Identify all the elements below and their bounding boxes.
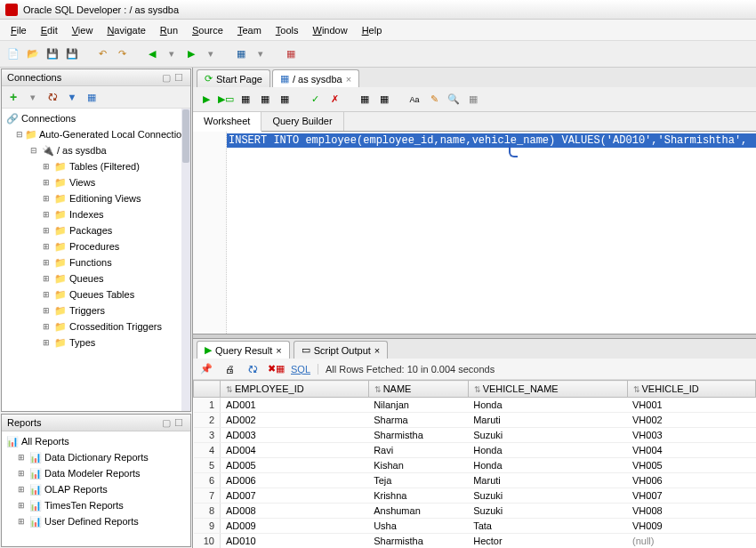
delete-icon[interactable]: ✖▦: [268, 361, 284, 377]
db-icon[interactable]: ▦: [283, 46, 299, 62]
menu-view[interactable]: View: [65, 22, 101, 38]
back-icon[interactable]: ◀: [144, 46, 160, 62]
tree-node[interactable]: ⊞📁Queues: [4, 270, 189, 286]
column-header[interactable]: ⇅VEHICLE_NAME: [468, 381, 627, 398]
close-icon[interactable]: ☐: [174, 72, 185, 83]
tree-node[interactable]: ⊞📁Packages: [4, 222, 189, 238]
table-row[interactable]: 3AD003SharmisthaSuzukiVH003: [194, 428, 756, 443]
unshared-icon[interactable]: ▦: [357, 92, 373, 108]
run-icon[interactable]: ▶: [198, 92, 214, 108]
tree-connection[interactable]: ⊟ 🔌 / as sysdba: [4, 142, 189, 158]
dropdown-icon[interactable]: ▾: [253, 46, 269, 62]
tree-node[interactable]: ⊞📁Indexes: [4, 206, 189, 222]
menu-source[interactable]: Source: [185, 22, 230, 38]
expand-icon[interactable]: ⊞: [41, 338, 52, 347]
open-icon[interactable]: 📂: [25, 46, 41, 62]
collapse-icon[interactable]: ⊟: [16, 130, 23, 139]
expand-icon[interactable]: ⊞: [41, 162, 52, 171]
save-icon[interactable]: 💾: [44, 46, 60, 62]
tab-start-page[interactable]: ⟳ Start Page: [197, 69, 270, 87]
menu-team[interactable]: Team: [230, 22, 269, 38]
dropdown-icon[interactable]: ▾: [164, 46, 180, 62]
expand-icon[interactable]: ⊞: [41, 242, 52, 251]
tab-query-builder[interactable]: Query Builder: [261, 112, 343, 131]
expand-icon[interactable]: ⊞: [16, 501, 27, 510]
clear-icon[interactable]: ▦: [376, 92, 392, 108]
minimize-icon[interactable]: ▢: [162, 72, 173, 83]
tab-query-result[interactable]: ▶ Query Result ×: [197, 341, 290, 359]
table-row[interactable]: 10AD010SharmisthaHector(null): [194, 534, 756, 549]
column-header[interactable]: ⇅NAME: [368, 381, 468, 398]
tab-connection[interactable]: ▦ / as sysdba ×: [272, 69, 359, 87]
close-icon[interactable]: ×: [276, 345, 281, 356]
save-all-icon[interactable]: 💾: [64, 46, 80, 62]
report-node[interactable]: ⊞📊User Defined Reports: [4, 513, 189, 529]
menu-edit[interactable]: Edit: [34, 22, 65, 38]
close-icon[interactable]: ☐: [174, 417, 185, 428]
edit-icon[interactable]: ✎: [426, 92, 442, 108]
autotrace-icon[interactable]: ▦: [257, 92, 273, 108]
report-node[interactable]: ⊞📊TimesTen Reports: [4, 497, 189, 513]
expand-icon[interactable]: ⊞: [16, 453, 27, 462]
report-node[interactable]: ⊞📊OLAP Reports: [4, 481, 189, 497]
close-icon[interactable]: ×: [374, 345, 380, 356]
expand-icon[interactable]: ⊞: [16, 485, 27, 494]
menu-navigate[interactable]: Navigate: [100, 22, 152, 38]
tree-node[interactable]: ⊞📁Types: [4, 334, 189, 351]
table-row[interactable]: 8AD008AnshumanSuzukiVH008: [194, 504, 756, 519]
explain-plan-icon[interactable]: ▦: [237, 92, 253, 108]
tree-node[interactable]: ⊞📁Tables (Filtered): [4, 158, 189, 174]
expand-icon[interactable]: ⊞: [16, 469, 27, 478]
scrollbar[interactable]: [181, 109, 190, 411]
report-node[interactable]: ⊞📊Data Modeler Reports: [4, 465, 189, 481]
report-node[interactable]: ⊞📊Data Dictionary Reports: [4, 449, 189, 465]
result-grid[interactable]: ⇅EMPLOYEE_ID⇅NAME⇅VEHICLE_NAME⇅VEHICLE_I…: [193, 380, 756, 548]
expand-icon[interactable]: ⊞: [16, 517, 27, 526]
tree-node[interactable]: ⊞📁Functions: [4, 254, 189, 270]
tree-node[interactable]: ⊞📁Triggers: [4, 302, 189, 318]
collapse-icon[interactable]: ⊟: [28, 146, 39, 155]
expand-icon[interactable]: ⊞: [41, 290, 52, 299]
menu-window[interactable]: Window: [305, 22, 354, 38]
tree-node[interactable]: ⊞📁Views: [4, 174, 189, 190]
reports-tree[interactable]: 📊 All Reports ⊞📊Data Dictionary Reports⊞…: [2, 431, 190, 546]
table-row[interactable]: 2AD002SharmaMarutiVH002: [194, 413, 756, 428]
expand-icon[interactable]: ⊞: [41, 226, 52, 235]
tree-node[interactable]: ⊞📁Queues Tables: [4, 286, 189, 302]
pin-icon[interactable]: 📌: [198, 361, 214, 377]
new-connection-icon[interactable]: +: [5, 89, 21, 105]
more-icon[interactable]: ▦: [465, 92, 481, 108]
expand-icon[interactable]: ⊞: [41, 194, 52, 203]
tree-node[interactable]: ⊞📁Procedures: [4, 238, 189, 254]
table-row[interactable]: 6AD006TejaMarutiVH006: [194, 473, 756, 488]
minimize-icon[interactable]: ▢: [162, 417, 173, 428]
sql-editor[interactable]: INSERT INTO employee(employee_id,name,ve…: [193, 132, 756, 334]
refresh-result-icon[interactable]: 🗘: [245, 361, 261, 377]
run-script-icon[interactable]: ▶▭: [218, 92, 234, 108]
table-row[interactable]: 9AD009UshaTataVH009: [194, 519, 756, 534]
expand-icon[interactable]: ⊞: [41, 178, 52, 187]
commit-icon[interactable]: ✓: [307, 92, 323, 108]
table-row[interactable]: 4AD004RaviHondaVH004: [194, 443, 756, 458]
sql-icon[interactable]: ▦: [233, 46, 249, 62]
sql-text[interactable]: INSERT INTO employee(employee_id,name,ve…: [227, 133, 756, 148]
menu-run[interactable]: Run: [153, 22, 185, 38]
sql-label[interactable]: SQL: [291, 364, 310, 375]
expand-icon[interactable]: ⊞: [41, 306, 52, 315]
undo-icon[interactable]: ↶: [94, 46, 110, 62]
tree-node[interactable]: ⊞📁Editioning Views: [4, 190, 189, 206]
menu-file[interactable]: File: [4, 22, 34, 38]
reports-root[interactable]: 📊 All Reports: [4, 433, 189, 449]
expand-icon[interactable]: ⊞: [41, 322, 52, 331]
new-icon[interactable]: 📄: [5, 46, 21, 62]
close-icon[interactable]: ×: [346, 74, 351, 85]
rollback-icon[interactable]: ✗: [326, 92, 342, 108]
refresh-icon[interactable]: 🗘: [44, 89, 60, 105]
forward-icon[interactable]: ▶: [183, 46, 199, 62]
grid-icon[interactable]: ▦: [84, 89, 100, 105]
tree-node[interactable]: ⊞📁Crossedition Triggers: [4, 318, 189, 334]
filter-icon[interactable]: ▼: [64, 89, 80, 105]
tree-autogen[interactable]: ⊟ 📁 Auto-Generated Local Connections: [4, 126, 189, 142]
table-row[interactable]: 7AD007KrishnaSuzukiVH007: [194, 488, 756, 504]
table-row[interactable]: 5AD005KishanHondaVH005: [194, 458, 756, 473]
